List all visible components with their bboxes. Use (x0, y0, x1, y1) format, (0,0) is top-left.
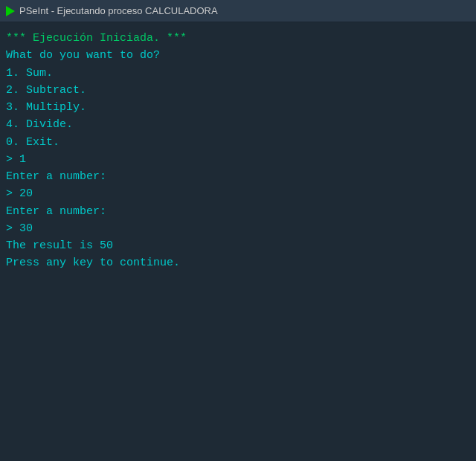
menu-item-3: 3. Multiply. (6, 99, 470, 116)
execution-started-line: *** Ejecución Iniciada. *** (6, 30, 470, 47)
menu-item-0: 0. Exit. (6, 134, 470, 151)
menu-item-4: 4. Divide. (6, 116, 470, 133)
user-input-2: > 20 (6, 185, 470, 202)
title-bar: PSeInt - Ejecutando proceso CALCULADORA (0, 0, 476, 22)
play-icon (6, 6, 15, 16)
console-body: *** Ejecución Iniciada. *** What do you … (0, 22, 476, 280)
result-line: The result is 50 (6, 237, 470, 254)
menu-prompt-line: What do you want to do? (6, 47, 470, 64)
user-input-1: > 1 (6, 151, 470, 168)
press-any-key-line: Press any key to continue. (6, 254, 470, 271)
menu-item-1: 1. Sum. (6, 65, 470, 82)
user-input-3: > 30 (6, 220, 470, 237)
title-text: PSeInt - Ejecutando proceso CALCULADORA (19, 5, 218, 16)
enter-number-prompt-2: Enter a number: (6, 203, 470, 220)
enter-number-prompt-1: Enter a number: (6, 168, 470, 185)
menu-item-2: 2. Subtract. (6, 82, 470, 99)
